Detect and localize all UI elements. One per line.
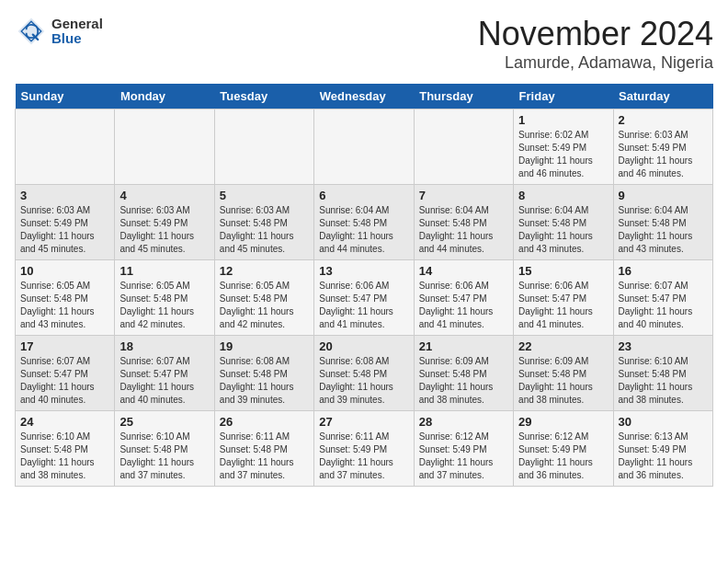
day-number: 16 <box>619 264 708 278</box>
day-info: Sunrise: 6:03 AM Sunset: 5:49 PM Dayligh… <box>119 204 209 256</box>
day-info: Sunrise: 6:04 AM Sunset: 5:48 PM Dayligh… <box>619 204 708 256</box>
calendar-cell: 2Sunrise: 6:03 AM Sunset: 5:49 PM Daylig… <box>613 109 712 185</box>
calendar-cell: 13Sunrise: 6:06 AM Sunset: 5:47 PM Dayli… <box>314 260 414 336</box>
calendar-cell: 7Sunrise: 6:04 AM Sunset: 5:48 PM Daylig… <box>414 185 513 260</box>
day-info: Sunrise: 6:11 AM Sunset: 5:49 PM Dayligh… <box>319 431 408 482</box>
logo-icon <box>15 15 48 48</box>
day-info: Sunrise: 6:07 AM Sunset: 5:47 PM Dayligh… <box>119 355 209 407</box>
calendar-table: SundayMondayTuesdayWednesdayThursdayFrid… <box>15 84 713 487</box>
day-number: 29 <box>518 415 608 429</box>
day-info: Sunrise: 6:06 AM Sunset: 5:47 PM Dayligh… <box>419 280 508 331</box>
calendar-cell: 10Sunrise: 6:05 AM Sunset: 5:48 PM Dayli… <box>16 260 115 336</box>
day-number: 2 <box>619 113 708 127</box>
calendar-cell <box>214 109 313 185</box>
day-number: 17 <box>20 339 109 353</box>
day-number: 1 <box>518 113 608 127</box>
day-info: Sunrise: 6:03 AM Sunset: 5:49 PM Dayligh… <box>20 204 109 256</box>
calendar-cell: 25Sunrise: 6:10 AM Sunset: 5:48 PM Dayli… <box>115 411 214 487</box>
calendar-cell: 4Sunrise: 6:03 AM Sunset: 5:49 PM Daylig… <box>115 185 214 260</box>
day-info: Sunrise: 6:05 AM Sunset: 5:48 PM Dayligh… <box>20 280 109 331</box>
day-number: 30 <box>619 415 708 429</box>
calendar-cell: 21Sunrise: 6:09 AM Sunset: 5:48 PM Dayli… <box>414 336 513 411</box>
calendar-cell: 8Sunrise: 6:04 AM Sunset: 5:48 PM Daylig… <box>514 185 613 260</box>
calendar-cell: 5Sunrise: 6:03 AM Sunset: 5:48 PM Daylig… <box>214 185 313 260</box>
day-number: 26 <box>220 415 309 429</box>
day-number: 28 <box>419 415 508 429</box>
day-info: Sunrise: 6:12 AM Sunset: 5:49 PM Dayligh… <box>518 431 608 482</box>
calendar-cell: 3Sunrise: 6:03 AM Sunset: 5:49 PM Daylig… <box>16 185 115 260</box>
column-header-friday: Friday <box>514 84 613 109</box>
month-title: November 2024 <box>478 15 713 53</box>
day-number: 4 <box>119 189 209 202</box>
day-info: Sunrise: 6:08 AM Sunset: 5:48 PM Dayligh… <box>220 355 309 407</box>
day-number: 14 <box>419 264 508 278</box>
calendar-header-row: SundayMondayTuesdayWednesdayThursdayFrid… <box>16 84 713 109</box>
day-number: 9 <box>619 189 708 202</box>
title-area: November 2024 Lamurde, Adamawa, Nigeria <box>478 15 713 73</box>
calendar-cell: 23Sunrise: 6:10 AM Sunset: 5:48 PM Dayli… <box>613 336 712 411</box>
day-number: 22 <box>518 339 608 353</box>
calendar-cell: 11Sunrise: 6:05 AM Sunset: 5:48 PM Dayli… <box>115 260 214 336</box>
day-info: Sunrise: 6:03 AM Sunset: 5:48 PM Dayligh… <box>220 204 309 256</box>
calendar-cell: 28Sunrise: 6:12 AM Sunset: 5:49 PM Dayli… <box>414 411 513 487</box>
calendar-cell: 22Sunrise: 6:09 AM Sunset: 5:48 PM Dayli… <box>514 336 613 411</box>
day-info: Sunrise: 6:09 AM Sunset: 5:48 PM Dayligh… <box>419 355 508 407</box>
day-number: 8 <box>518 189 608 202</box>
calendar-cell: 12Sunrise: 6:05 AM Sunset: 5:48 PM Dayli… <box>214 260 313 336</box>
day-number: 11 <box>119 264 209 278</box>
logo-text: General Blue <box>51 17 103 47</box>
calendar-cell <box>115 109 214 185</box>
calendar-cell: 26Sunrise: 6:11 AM Sunset: 5:48 PM Dayli… <box>214 411 313 487</box>
week-row-5: 24Sunrise: 6:10 AM Sunset: 5:48 PM Dayli… <box>16 411 713 487</box>
day-info: Sunrise: 6:04 AM Sunset: 5:48 PM Dayligh… <box>319 204 408 256</box>
day-info: Sunrise: 6:13 AM Sunset: 5:49 PM Dayligh… <box>619 431 708 482</box>
logo: General Blue <box>15 15 103 48</box>
day-info: Sunrise: 6:10 AM Sunset: 5:48 PM Dayligh… <box>20 431 109 482</box>
calendar-cell: 15Sunrise: 6:06 AM Sunset: 5:47 PM Dayli… <box>514 260 613 336</box>
day-number: 10 <box>20 264 109 278</box>
day-info: Sunrise: 6:10 AM Sunset: 5:48 PM Dayligh… <box>119 431 209 482</box>
day-number: 27 <box>319 415 408 429</box>
day-info: Sunrise: 6:09 AM Sunset: 5:48 PM Dayligh… <box>518 355 608 407</box>
column-header-sunday: Sunday <box>16 84 115 109</box>
week-row-2: 3Sunrise: 6:03 AM Sunset: 5:49 PM Daylig… <box>16 185 713 260</box>
day-number: 13 <box>319 264 408 278</box>
calendar-cell: 30Sunrise: 6:13 AM Sunset: 5:49 PM Dayli… <box>613 411 712 487</box>
day-number: 6 <box>319 189 408 202</box>
day-number: 15 <box>518 264 608 278</box>
column-header-wednesday: Wednesday <box>314 84 414 109</box>
logo-blue-text: Blue <box>51 31 103 47</box>
day-info: Sunrise: 6:03 AM Sunset: 5:49 PM Dayligh… <box>619 129 708 180</box>
day-info: Sunrise: 6:12 AM Sunset: 5:49 PM Dayligh… <box>419 431 508 482</box>
week-row-1: 1Sunrise: 6:02 AM Sunset: 5:49 PM Daylig… <box>16 109 713 185</box>
day-info: Sunrise: 6:10 AM Sunset: 5:48 PM Dayligh… <box>619 355 708 407</box>
day-info: Sunrise: 6:04 AM Sunset: 5:48 PM Dayligh… <box>518 204 608 256</box>
calendar-cell: 17Sunrise: 6:07 AM Sunset: 5:47 PM Dayli… <box>16 336 115 411</box>
day-number: 21 <box>419 339 508 353</box>
logo-general-text: General <box>51 17 103 32</box>
day-number: 5 <box>220 189 309 202</box>
day-info: Sunrise: 6:05 AM Sunset: 5:48 PM Dayligh… <box>119 280 209 331</box>
calendar-cell <box>16 109 115 185</box>
column-header-monday: Monday <box>115 84 214 109</box>
location-title: Lamurde, Adamawa, Nigeria <box>478 53 713 73</box>
header: General Blue November 2024 Lamurde, Adam… <box>15 15 713 73</box>
calendar-cell: 27Sunrise: 6:11 AM Sunset: 5:49 PM Dayli… <box>314 411 414 487</box>
column-header-saturday: Saturday <box>613 84 712 109</box>
day-info: Sunrise: 6:04 AM Sunset: 5:48 PM Dayligh… <box>419 204 508 256</box>
calendar-cell: 1Sunrise: 6:02 AM Sunset: 5:49 PM Daylig… <box>514 109 613 185</box>
day-number: 23 <box>619 339 708 353</box>
calendar-cell: 19Sunrise: 6:08 AM Sunset: 5:48 PM Dayli… <box>214 336 313 411</box>
week-row-3: 10Sunrise: 6:05 AM Sunset: 5:48 PM Dayli… <box>16 260 713 336</box>
day-info: Sunrise: 6:11 AM Sunset: 5:48 PM Dayligh… <box>220 431 309 482</box>
day-number: 18 <box>119 339 209 353</box>
day-info: Sunrise: 6:08 AM Sunset: 5:48 PM Dayligh… <box>319 355 408 407</box>
calendar-cell <box>414 109 513 185</box>
calendar-cell: 16Sunrise: 6:07 AM Sunset: 5:47 PM Dayli… <box>613 260 712 336</box>
calendar-cell: 9Sunrise: 6:04 AM Sunset: 5:48 PM Daylig… <box>613 185 712 260</box>
calendar-cell: 24Sunrise: 6:10 AM Sunset: 5:48 PM Dayli… <box>16 411 115 487</box>
day-info: Sunrise: 6:05 AM Sunset: 5:48 PM Dayligh… <box>220 280 309 331</box>
day-number: 3 <box>20 189 109 202</box>
day-info: Sunrise: 6:02 AM Sunset: 5:49 PM Dayligh… <box>518 129 608 180</box>
column-header-tuesday: Tuesday <box>214 84 313 109</box>
